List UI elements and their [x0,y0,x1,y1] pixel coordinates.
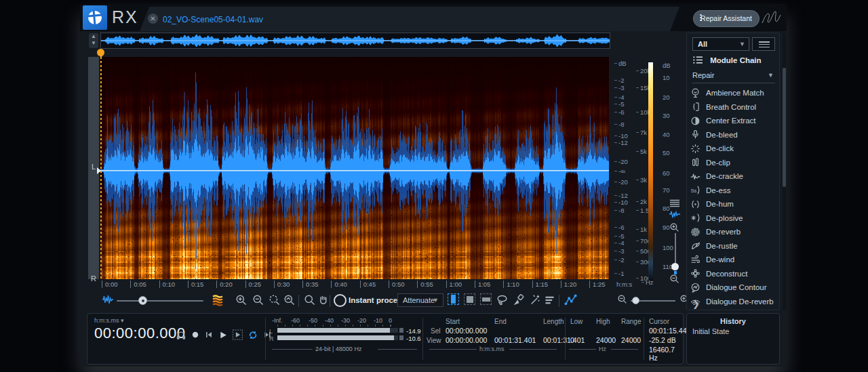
loop-playback-button[interactable] [248,330,258,340]
module-item-de-plosive[interactable]: De-plosive [690,211,776,225]
timeline-tick: 0:25 [245,281,262,288]
module-item-de-clip[interactable]: De-clip [690,156,776,169]
view-start-value[interactable]: 00:00:00.000 [446,336,487,344]
reverb-icon [690,227,701,237]
draw-curve-tool-icon[interactable] [564,294,577,306]
go-to-start-button[interactable] [204,330,214,339]
app-brand: RX [112,7,138,27]
waveform-overview[interactable] [100,33,610,49]
time-frequency-selection-tool[interactable] [464,293,475,305]
timeline-tick: 1:15 [532,281,549,288]
playhead-pin[interactable] [97,49,104,56]
instant-process-toggle[interactable] [334,294,347,307]
scale-tick: -3 [618,84,624,91]
history-item[interactable]: Initial State [692,327,729,335]
modules-scrollbar[interactable] [783,33,786,310]
freq-range-value[interactable]: 24000 [621,336,641,344]
overview-waveform-canvas [101,33,610,48]
crackle-icon [690,171,701,182]
timeline-tick: 0:05 [130,281,146,288]
timeline-tick: 0:40 [331,281,347,288]
panel-expand-chevron[interactable]: ❯ [692,299,700,309]
h-zoom-knob[interactable] [632,297,639,304]
blend-slider-knob[interactable] [138,296,147,305]
module-item-de-click[interactable]: De-click [690,142,776,155]
scale-tick: -1 [618,270,624,277]
h-zoom-out-icon[interactable] [617,294,627,304]
sel-start-value[interactable]: 00:00:00.000 [446,327,487,335]
module-item-dialogue-de-reverb[interactable]: Dialogue De-reverb [690,295,776,308]
view-row-label: View [427,337,441,344]
freq-high-value[interactable]: 24000 [596,336,616,344]
file-format-label: 24-bit | 48000 Hz [315,346,361,352]
svg-text:Ss: Ss [690,188,696,194]
waveform-view-icon[interactable] [102,294,114,305]
scale-tick: 40 [663,131,670,138]
spectrogram-view-icon[interactable] [212,294,224,306]
module-item-de-bleed[interactable]: De-bleed [690,128,776,142]
module-item-de-hum[interactable]: De-hum [690,197,776,211]
scrollbar-thumb[interactable] [783,68,786,187]
plosive-icon [690,213,701,223]
module-item-de-crackle[interactable]: De-crackle [690,169,776,183]
waveform-blend-icon[interactable] [669,210,681,219]
spectrogram-layers-icon[interactable] [669,199,681,207]
sel-row-label: Sel [431,327,440,335]
module-item-de-wind[interactable]: De-wind [690,253,776,266]
scale-tick: -∞ [618,167,625,175]
zoom-out-vertical-icon[interactable] [669,274,679,284]
vertical-zoom-knob[interactable] [671,263,679,270]
magnify-tool-icon[interactable] [304,294,315,306]
play-selection-button[interactable] [232,329,243,340]
view-length-value[interactable]: 00:01:31.401 [543,336,585,344]
scale-tick: 7k [640,129,647,136]
module-item-de-reverb[interactable]: De-reverb [690,225,776,239]
chevron-down-icon: ▼ [433,294,439,307]
hum-icon [690,199,701,209]
module-item-breath-control[interactable]: Breath Control [690,100,776,114]
monitor-headphones-icon[interactable] [176,330,186,340]
freq-low-value[interactable]: 0 [570,336,574,344]
scale-tick: 20 [663,94,670,101]
tab-filename[interactable]: 02_VO-Scene05-04-01.wav [163,15,263,24]
lane-resize-widget[interactable]: ▲▼ [89,33,98,48]
frequency-selection-tool[interactable] [480,293,492,305]
record-button[interactable] [191,330,200,339]
play-button[interactable] [218,330,228,340]
zoom-in-icon[interactable] [235,294,247,306]
brush-tool-icon[interactable] [513,294,524,306]
module-filter-dropdown[interactable]: All▼ [692,37,749,51]
modules-panel: All▼ Module Chain Repair▼ Ambience Match… [686,33,780,310]
timeline-tick: 0:50 [389,281,405,288]
lasso-tool-icon[interactable] [496,294,508,306]
timeline-ruler[interactable]: 0:000:050:100:150:200:250:300:350:400:45… [100,280,629,290]
module-item-center-extract[interactable]: Center Extract [690,114,776,127]
zoom-out-icon[interactable] [252,294,264,306]
module-chain-item[interactable]: Module Chain [692,55,775,68]
wave-spectro-blend-slider[interactable] [117,300,203,302]
timeline-tick: 0:20 [216,281,233,288]
repair-section-header[interactable]: Repair▼ [692,71,775,83]
tab-close-icon[interactable]: ✕ [148,14,158,24]
hand-tool-icon[interactable] [317,294,329,306]
module-item-de-rustle[interactable]: De-rustle [690,239,776,253]
magic-wand-tool-icon[interactable] [529,294,540,306]
module-item-deconstruct[interactable]: Deconstruct [690,267,776,281]
meter-scale-tick: -10 [374,317,382,324]
zoom-selection-icon[interactable] [269,294,280,306]
panel-menu-button[interactable] [752,37,775,51]
time-selection-tool[interactable] [448,293,459,305]
zoom-in-vertical-icon[interactable] [669,222,679,232]
zoom-reset-icon[interactable] [283,294,295,306]
module-item-dialogue-contour[interactable]: Dialogue Contour [690,281,776,294]
instant-process-mode-dropdown[interactable]: Attenuate▼ [397,293,443,307]
flatten-tool-icon[interactable] [544,294,555,306]
module-item-ambience-match[interactable]: Ambience Match [690,86,776,100]
view-end-value[interactable]: 00:01:31.401 [494,336,536,344]
file-tab[interactable]: ✕ 02_VO-Scene05-04-01.wav [140,7,679,31]
spectrogram-canvas[interactable] [100,57,609,279]
repair-assistant-button[interactable]: ••• Repair Assistant [693,10,760,27]
click-icon [690,144,701,154]
time-format-selector[interactable]: h:m:s.ms ▾ [94,317,124,324]
module-item-de-ess[interactable]: SsDe-ess [690,184,776,197]
